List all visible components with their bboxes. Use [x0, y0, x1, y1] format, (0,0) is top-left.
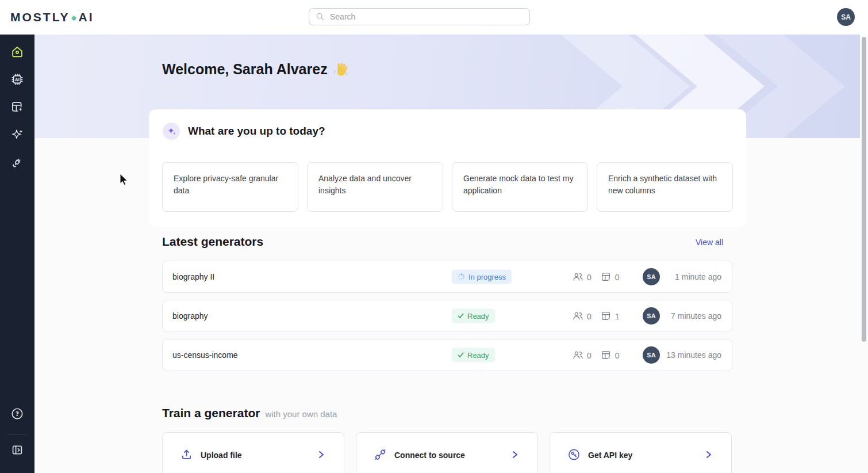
- tables-icon: [601, 350, 612, 361]
- row-owner-avatar: SA: [643, 268, 660, 285]
- sidebar-item-home[interactable]: [7, 41, 28, 62]
- get-api-key-label: Get API key: [588, 450, 632, 459]
- row-stats: 0 0: [573, 272, 620, 283]
- tables-count: 1: [615, 311, 620, 321]
- purple-sparkle-icon: [166, 126, 176, 136]
- sidebar-item-assistant[interactable]: [7, 124, 28, 145]
- mostly-ai-logo[interactable]: MOSTLY AI: [10, 10, 94, 24]
- logo-text-ai: AI: [79, 10, 94, 24]
- today-card-mock-data[interactable]: Generate mock data to test my applicatio…: [452, 162, 588, 212]
- sidebar-item-collapse-panel[interactable]: [7, 440, 28, 460]
- scrollbar-thumb[interactable]: [862, 37, 866, 342]
- page-scrollbar: [860, 35, 868, 473]
- today-card-analyze[interactable]: Analyze data and uncover insights: [307, 162, 443, 212]
- upload-file-label: Upload file: [201, 450, 242, 459]
- connect-to-source-card[interactable]: Connect to source: [356, 432, 538, 473]
- ai-chip-icon: AI: [10, 73, 24, 86]
- help-icon: ?: [10, 407, 24, 421]
- logo-text-mostly: MOSTLY: [10, 10, 70, 24]
- waving-hand-icon: [332, 60, 350, 78]
- today-card-explore[interactable]: Explore privacy-safe granular data: [162, 162, 298, 212]
- check-icon: [458, 313, 464, 319]
- chevron-right-icon: [706, 451, 712, 459]
- users-count: 0: [587, 350, 592, 360]
- sidebar-item-connectors[interactable]: [7, 152, 28, 173]
- upload-file-card[interactable]: Upload file: [162, 432, 344, 473]
- api-key-icon: [567, 448, 581, 461]
- today-panel-title: What are you up to today?: [188, 125, 325, 138]
- generator-row-biography[interactable]: biography Ready 0 1 SA: [162, 300, 732, 332]
- user-avatar[interactable]: SA: [837, 8, 855, 26]
- get-api-key-card-content: Get API key: [567, 448, 632, 461]
- people-icon: [573, 311, 583, 322]
- main-content: Welcome, Sarah Alvarez: [34, 35, 860, 473]
- app-window: MOSTLY AI SA AI: [0, 0, 868, 473]
- get-api-key-card[interactable]: Get API key: [550, 432, 732, 473]
- tables-stat: 1: [601, 311, 620, 322]
- today-card-label: Generate mock data to test my applicatio…: [463, 174, 573, 195]
- row-stats: 0 0: [573, 350, 620, 361]
- table-sparkle-icon: [10, 100, 24, 114]
- search-box[interactable]: [309, 8, 530, 25]
- today-card-label: Analyze data and uncover insights: [318, 174, 412, 195]
- sidebar-item-datasets[interactable]: [7, 97, 28, 117]
- tables-count: 0: [615, 272, 620, 281]
- upload-icon: [180, 448, 193, 461]
- today-cards: Explore privacy-safe granular data Analy…: [162, 162, 733, 212]
- row-timestamp: 7 minutes ago: [671, 311, 721, 321]
- today-card-enrich[interactable]: Enrich a synthetic dataset with new colu…: [597, 162, 733, 212]
- tables-icon: [601, 272, 612, 283]
- sparkles-icon: [10, 128, 24, 142]
- sidebar-item-generators[interactable]: AI: [7, 69, 28, 90]
- row-owner-avatar: SA: [643, 307, 660, 325]
- row-owner-avatar: SA: [643, 346, 660, 364]
- row-timestamp: 13 minutes ago: [666, 350, 721, 360]
- status-badge-ready: Ready: [452, 309, 495, 323]
- users-stat: 0: [573, 350, 592, 361]
- tables-count: 0: [615, 350, 620, 360]
- generator-name: biography II: [172, 272, 214, 281]
- today-card-label: Enrich a synthetic dataset with new colu…: [608, 174, 717, 195]
- view-all-link[interactable]: View all: [696, 238, 732, 249]
- chevron-right-icon: [318, 451, 324, 459]
- tables-stat: 0: [601, 350, 620, 361]
- topbar: MOSTLY AI SA: [0, 0, 868, 35]
- generator-name: us-census-income: [172, 350, 238, 360]
- people-icon: [573, 350, 583, 361]
- plug-icon: [10, 155, 24, 169]
- check-icon: [458, 352, 464, 358]
- chevron-right-icon: [512, 451, 518, 459]
- upload-file-card-content: Upload file: [180, 448, 242, 461]
- train-generator-subtitle: with your own data: [265, 409, 337, 419]
- search-input[interactable]: [330, 12, 523, 21]
- generator-row-us-census-income[interactable]: us-census-income Ready 0 0: [162, 339, 732, 371]
- welcome-text: Welcome, Sarah Alvarez: [162, 61, 328, 78]
- welcome-heading: Welcome, Sarah Alvarez: [162, 61, 349, 78]
- status-badge-in-progress: In progress: [452, 270, 512, 284]
- assistant-sparkle-badge: [163, 123, 180, 140]
- status-label: Ready: [467, 351, 489, 360]
- logo-dot-icon: [71, 15, 76, 21]
- people-icon: [573, 272, 583, 283]
- svg-text:?: ?: [16, 410, 19, 417]
- status-label: Ready: [467, 312, 489, 321]
- users-count: 0: [587, 272, 592, 281]
- generator-name: biography: [172, 311, 208, 321]
- sidebar-divider: [7, 434, 27, 434]
- train-generator-title: Train a generator: [162, 406, 260, 420]
- collapse-panel-icon: [10, 443, 24, 457]
- row-timestamp: 1 minute ago: [675, 272, 721, 281]
- connect-to-source-card-content: Connect to source: [374, 448, 465, 461]
- svg-text:AI: AI: [15, 78, 20, 82]
- connector-icon: [374, 448, 387, 461]
- sidebar-item-help[interactable]: ?: [7, 403, 28, 424]
- sidebar: AI: [0, 35, 34, 473]
- users-stat: 0: [573, 272, 592, 283]
- tables-stat: 0: [601, 272, 620, 283]
- today-panel: What are you up to today? Explore privac…: [149, 109, 746, 227]
- users-count: 0: [587, 311, 592, 321]
- generator-row-biography-ii[interactable]: biography II In progress 0: [162, 261, 732, 293]
- row-stats: 0 1: [573, 311, 620, 322]
- spinner-icon: [458, 273, 465, 281]
- status-badge-ready: Ready: [452, 348, 495, 363]
